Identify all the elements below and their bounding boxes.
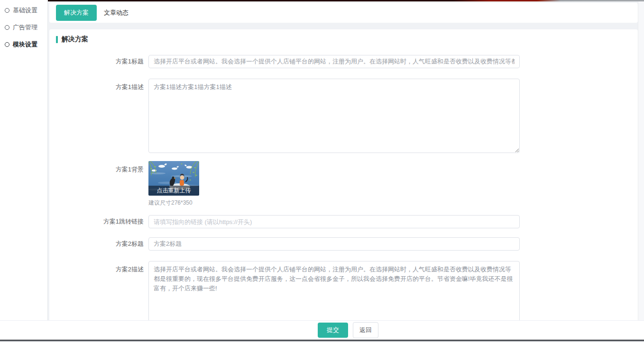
tab-bar: 解决方案 文章动态 [49,3,638,23]
sidebar-item-label: 广告管理 [13,23,37,32]
reupload-overlay-button[interactable]: 点击重新上传 [148,186,199,196]
sidebar-item-label: 基础设置 [13,6,37,15]
bottom-edge-bar [0,340,644,342]
field-label: 方案1描述 [56,79,148,91]
solution-form-card: 解决方案 方案1标题 方案1描述 方案1描述方案1描方案1描述 方案1背景 [49,29,638,320]
plan1-desc-textarea[interactable]: 方案1描述方案1描方案1描述 [148,79,520,153]
top-edge-bar [48,0,644,1]
main-area: 解决方案 文章动态 解决方案 方案1标题 方案1描述 方案1描述方案1描方案1描… [48,0,644,320]
form-row-plan1-link: 方案1跳转链接 [56,215,638,228]
radio-circle-icon [5,42,9,47]
plan1-background-upload[interactable]: 点击重新上传 [148,161,199,196]
form-row-plan1-desc: 方案1描述 方案1描述方案1描方案1描述 [56,79,638,153]
form-footer: 提交 返回 [0,320,644,340]
tab-solution[interactable]: 解决方案 [56,5,97,21]
field-label: 方案2标题 [56,237,148,251]
section-accent-bar [56,36,58,43]
form-row-plan2-title: 方案2标题 [56,237,638,251]
tab-article-news[interactable]: 文章动态 [104,9,129,17]
body-row: 基础设置 广告管理 模块设置 解决方案 文章动态 解决方案 [0,0,644,320]
upload-size-hint: 建议尺寸276*350 [148,199,199,207]
sidebar-item-ad-management[interactable]: 广告管理 [0,19,47,36]
plan1-link-input[interactable] [148,215,520,228]
settings-sidebar: 基础设置 广告管理 模块设置 [0,0,48,320]
field-label: 方案2描述 [56,261,148,274]
radio-circle-icon [5,25,9,30]
form-row-plan1-title: 方案1标题 [56,55,638,68]
sidebar-item-basic-settings[interactable]: 基础设置 [0,2,47,19]
form-row-plan2-desc: 方案2描述 选择开店平台或者网站。我会选择一个提供个人店铺平台的网站，注册为用户… [56,261,638,320]
back-button[interactable]: 返回 [353,322,378,338]
plan2-title-input[interactable] [148,237,520,251]
plan1-title-input[interactable] [148,55,520,68]
plan2-desc-textarea[interactable]: 选择开店平台或者网站。我会选择一个提供个人店铺平台的网站，注册为用户。在选择网站… [148,261,520,320]
submit-button[interactable]: 提交 [318,323,348,338]
field-label: 方案1背景 [56,161,148,174]
section-title: 解决方案 [62,35,88,44]
upload-wrap: 点击重新上传 建议尺寸276*350 [148,161,199,207]
field-label: 方案1跳转链接 [56,215,148,228]
sidebar-item-module-settings[interactable]: 模块设置 [0,36,47,53]
sidebar-item-label: 模块设置 [13,40,37,49]
scrollbar-track[interactable] [638,1,644,320]
section-header: 解决方案 [56,35,638,44]
form-row-plan1-background: 方案1背景 [56,161,638,207]
radio-circle-icon [5,8,9,13]
admin-page: 基础设置 广告管理 模块设置 解决方案 文章动态 解决方案 [0,0,644,342]
field-label: 方案1标题 [56,55,148,68]
